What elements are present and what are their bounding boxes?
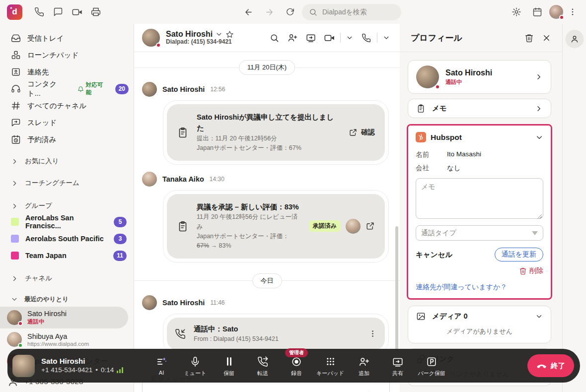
close-panel-button[interactable] — [542, 33, 551, 43]
section-channels[interactable]: チャネル — [0, 271, 134, 286]
call-type-select[interactable]: 通話タイプ — [416, 225, 543, 241]
group-item[interactable]: AeroLabs San Francisc... 5 — [0, 213, 134, 230]
card-line: Japanサポートセンター・評価：67% → 83% — [197, 232, 301, 251]
section-recents[interactable]: 最近のやりとり — [0, 292, 134, 307]
dialpad-logo[interactable]: ✦ d — [7, 4, 22, 20]
sidebar-item-label: 受信トレイ — [27, 34, 64, 43]
section-favorites[interactable]: お気に入り — [0, 154, 134, 169]
delete-button[interactable]: 削除 — [416, 266, 543, 275]
contact-name-menu[interactable]: Sato Hiroshi — [166, 30, 234, 39]
recent-item-shibuya[interactable]: Shibuya Aya https://www.dialpad.com — [0, 328, 134, 350]
clipboard-icon — [180, 221, 186, 231]
profile-rail-button[interactable] — [565, 30, 584, 48]
update-call-button[interactable]: 通話を更新 — [495, 248, 543, 261]
sidebar-item-inbox[interactable]: 受信トレイ — [0, 30, 134, 47]
favorite-star-button[interactable] — [225, 30, 234, 39]
recent-name: Shibuya Aya — [27, 332, 89, 340]
forward-button[interactable] — [260, 3, 278, 21]
refresh-button[interactable] — [281, 3, 299, 21]
sidebar-item-scheduled[interactable]: 予約済み — [0, 131, 134, 148]
section-label: お気に入り — [25, 157, 59, 166]
sidebar-item-threads[interactable]: スレッド — [0, 114, 134, 131]
share-screen-button[interactable] — [303, 30, 318, 45]
add-participant-button[interactable]: 追加 — [347, 355, 381, 377]
scheduled-icon — [12, 135, 20, 143]
hubspot-sprocket-icon — [419, 134, 423, 140]
approved-badge: 承諾済み — [309, 220, 341, 232]
section-label: コーチングチーム — [25, 179, 79, 188]
ai-button[interactable]: AI — [145, 355, 178, 376]
conversation-pane: Sato Hiroshi Dialpad: (415) 534-9421 — [134, 24, 400, 392]
call-options-button[interactable] — [381, 30, 392, 45]
media-section-header[interactable]: メディア 0 — [416, 312, 543, 321]
mute-button[interactable]: ミュート — [178, 355, 212, 377]
notes-card[interactable]: メモ — [408, 99, 551, 118]
field-label: 名前 — [416, 150, 447, 159]
sidebar-item-label: 連絡先 — [27, 67, 49, 77]
video-call-button[interactable] — [322, 30, 337, 45]
sidebar-item-launchpad[interactable]: ローンチパッド — [0, 47, 134, 64]
add-people-button[interactable] — [285, 30, 300, 45]
back-button[interactable] — [239, 3, 257, 21]
record-button[interactable]: 管理者 録音 — [280, 355, 313, 377]
search-conversation-button[interactable] — [267, 30, 282, 45]
global-search[interactable] — [302, 4, 401, 20]
today-divider: 今日 — [134, 273, 400, 288]
chevron-right-icon — [14, 181, 16, 185]
star-icon — [226, 31, 233, 37]
group-item[interactable]: Team Japan 11 — [0, 247, 134, 264]
call-card-menu-button[interactable] — [368, 329, 377, 338]
recent-item-sato[interactable]: Sato Hiroshi 通話中 — [0, 307, 128, 328]
fax-print-button[interactable] — [87, 3, 105, 21]
video-options-button[interactable] — [344, 30, 355, 45]
sidebar-item-contact-center[interactable]: コンタクト... 対応可能 20 — [0, 80, 134, 97]
transfer-button[interactable]: 転送 — [246, 355, 280, 377]
active-call-bar: Sato Hiroshi +1 415-534-9421 • 0:14 AI ミ… — [7, 349, 580, 383]
call-button[interactable] — [30, 3, 48, 21]
section-coaching[interactable]: コーチングチーム — [0, 176, 134, 191]
hold-button[interactable]: 保留 — [212, 355, 246, 377]
separator: • — [95, 366, 98, 375]
scrollbar-thumb[interactable] — [395, 226, 398, 350]
sidebar-item-contacts[interactable]: 連絡先 — [0, 64, 134, 80]
dispute-approved-card: 異議を承認 – 新しい評価：83% 11月 20 午後12時56分 にレビュー済… — [163, 190, 389, 262]
park-icon — [428, 358, 436, 366]
active-call-card: 通話中：Sato From : Dialpad (415) 534-9421 — [163, 314, 389, 354]
field-value: Ito Masashi — [447, 150, 481, 159]
hash-icon — [12, 102, 20, 109]
more-menu-button[interactable] — [566, 3, 579, 21]
confirm-button[interactable]: 確認 — [349, 128, 375, 137]
keypad-button[interactable]: キーパッド — [313, 355, 347, 377]
message-time: 12:56 — [210, 86, 225, 93]
user-avatar[interactable] — [549, 5, 563, 19]
share-button[interactable]: 共有 — [381, 355, 415, 377]
call-contact-button[interactable] — [359, 30, 373, 45]
calendar-button[interactable] — [528, 3, 546, 21]
keypad-icon — [327, 358, 334, 365]
delete-conversation-button[interactable] — [524, 33, 534, 43]
card-line: Japanサポートセンター・評価：67% — [197, 143, 341, 153]
open-external-button[interactable] — [366, 221, 375, 231]
signal-bars-icon — [117, 367, 123, 373]
phone-forward-icon — [258, 357, 268, 366]
park-button[interactable]: パーク保留 — [415, 355, 448, 377]
end-call-button[interactable]: 終了 — [527, 354, 574, 377]
topbar-right — [508, 3, 579, 21]
group-item[interactable]: Aerolabs South Pacific 3 — [0, 230, 134, 247]
search-input[interactable] — [322, 8, 392, 16]
section-groups[interactable]: グループ — [0, 198, 134, 213]
hubspot-section-header[interactable]: Hubspot — [416, 132, 543, 142]
meetings-button[interactable] — [68, 3, 86, 21]
person-icon — [572, 36, 577, 42]
hubspot-memo-textarea[interactable] — [416, 178, 543, 219]
messages-button[interactable] — [49, 3, 67, 21]
contact-number: Dialpad: (415) 534-9421 — [166, 39, 234, 46]
wrong-contact-link[interactable]: 連絡先が間違っていますか？ — [416, 283, 543, 292]
cancel-button[interactable]: キャンセル — [416, 250, 452, 260]
sidebar-item-all-channels[interactable]: すべてのチャネル — [0, 97, 134, 114]
section-label: 最近のやりとり — [24, 295, 69, 304]
contact-summary-card[interactable]: Sato Hiroshi 通話中 — [408, 60, 551, 94]
dispute-card: Sato Hiroshiが異議申し立てを提出しました 提出：11月 20 午後1… — [163, 100, 389, 165]
settings-button[interactable] — [508, 3, 525, 21]
card-line: 提出：11月 20 午後12時56分 — [197, 134, 341, 143]
